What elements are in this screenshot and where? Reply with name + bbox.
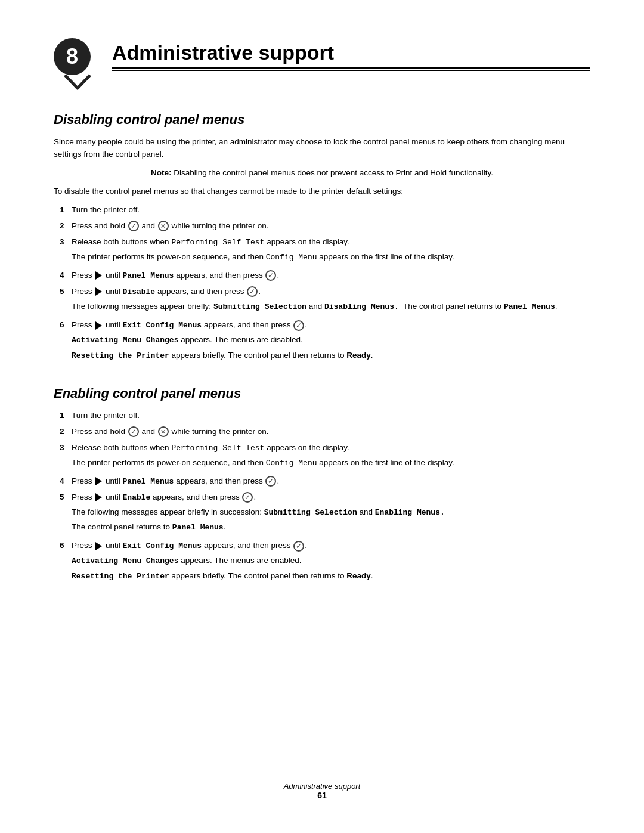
step-content: Release both buttons when Performing Sel… xyxy=(72,442,590,472)
step-2-4: 4 Press until Panel Menus appears, and t… xyxy=(54,475,590,488)
step-content: Press until Panel Menus appears, and the… xyxy=(72,475,590,488)
step-1-2: 2 Press and hold and while turning the p… xyxy=(54,220,590,233)
stop-icon xyxy=(158,426,169,437)
footer-page-number: 61 xyxy=(0,791,644,800)
step-1-4: 4 Press until Panel Menus appears, and t… xyxy=(54,270,590,282)
step-1-6: 6 Press until Exit Config Menus appears,… xyxy=(54,319,590,364)
section1-intro: Since many people could be using the pri… xyxy=(54,136,590,161)
arrow-right-icon xyxy=(95,321,102,330)
chapter-number: 8 xyxy=(54,38,91,75)
chapter-header: 8 Administrative support xyxy=(54,36,590,91)
step-num: 4 xyxy=(54,270,72,282)
step-sub-1: Activating Menu Changes appears. The men… xyxy=(72,555,590,567)
step-2-1: 1 Turn the printer off. xyxy=(54,410,590,422)
step-content: Press and hold and while turning the pri… xyxy=(72,426,590,438)
check-icon xyxy=(293,320,304,331)
step-content: Press until Exit Config Menus appears, a… xyxy=(72,540,590,584)
step-2-3: 3 Release both buttons when Performing S… xyxy=(54,442,590,472)
arrow-right-icon xyxy=(95,287,102,296)
check-icon xyxy=(128,221,139,231)
chapter-badge-col: 8 xyxy=(54,36,101,91)
chapter-rule-thick xyxy=(112,67,590,69)
step-sub-1: Activating Menu Changes appears. The men… xyxy=(72,334,590,346)
step-1-5: 5 Press until Disable appears, and then … xyxy=(54,286,590,315)
step-content: Turn the printer off. xyxy=(72,410,590,422)
chapter-title: Administrative support xyxy=(112,36,590,64)
step-num: 2 xyxy=(54,426,72,438)
section2-steps: 1 Turn the printer off. 2 Press and hold… xyxy=(54,410,590,585)
section-disabling: Disabling control panel menus Since many… xyxy=(54,112,590,364)
step-sub: The printer performs its power-on sequen… xyxy=(72,457,590,469)
step-content: Press until Disable appears, and then pr… xyxy=(72,286,590,315)
step-num: 1 xyxy=(54,410,72,422)
step-num: 2 xyxy=(54,220,72,233)
check-icon xyxy=(128,426,139,437)
step-num: 6 xyxy=(54,319,72,332)
section1-steps: 1 Turn the printer off. 2 Press and hold… xyxy=(54,204,590,364)
step-1-3: 3 Release both buttons when Performing S… xyxy=(54,236,590,266)
step-1-1: 1 Turn the printer off. xyxy=(54,204,590,216)
stop-icon xyxy=(158,221,169,231)
note-label: Note: xyxy=(151,168,172,177)
section2-heading: Enabling control panel menus xyxy=(54,386,590,401)
step-sub-2: Resetting the Printer appears briefly. T… xyxy=(72,349,590,362)
arrow-right-icon xyxy=(95,271,102,280)
step-sub-2: Resetting the Printer appears briefly. T… xyxy=(72,570,590,583)
step-num: 5 xyxy=(54,286,72,298)
check-icon xyxy=(247,286,258,297)
section1-note: Note: Disabling the control panel menus … xyxy=(54,167,590,179)
step-content: Press and hold and while turning the pri… xyxy=(72,220,590,233)
chapter-arrow-decoration xyxy=(59,74,96,91)
step-sub: The printer performs its power-on sequen… xyxy=(72,251,590,264)
step-sub-1: The following messages appear briefly in… xyxy=(72,506,590,519)
step-content: Press until Enable appears, and then pre… xyxy=(72,491,590,536)
arrow-right-icon xyxy=(95,477,102,485)
arrow-right-icon xyxy=(95,542,102,550)
page: 8 Administrative support Disabling contr… xyxy=(0,0,644,833)
step-2-2: 2 Press and hold and while turning the p… xyxy=(54,426,590,438)
section1-instruction: To disable the control panel menus so th… xyxy=(54,185,590,198)
step-num: 6 xyxy=(54,540,72,552)
step-num: 5 xyxy=(54,491,72,504)
step-sub: The following messages appear briefly: S… xyxy=(72,301,590,313)
footer-label: Administrative support xyxy=(0,782,644,791)
arrow-right-icon xyxy=(95,493,102,501)
chapter-title-wrap: Administrative support xyxy=(112,36,590,71)
step-2-6: 6 Press until Exit Config Menus appears,… xyxy=(54,540,590,584)
step-content: Press until Exit Config Menus appears, a… xyxy=(72,319,590,364)
step-num: 1 xyxy=(54,204,72,216)
check-icon xyxy=(242,492,253,503)
check-icon xyxy=(265,476,276,487)
step-num: 3 xyxy=(54,236,72,249)
chapter-rule-thin xyxy=(112,70,590,71)
step-content: Press until Panel Menus appears, and the… xyxy=(72,270,590,282)
check-icon xyxy=(293,541,304,552)
note-content: Disabling the control panel menus does n… xyxy=(174,168,493,177)
section-enabling: Enabling control panel menus 1 Turn the … xyxy=(54,386,590,585)
check-icon xyxy=(265,270,276,281)
step-2-5: 5 Press until Enable appears, and then p… xyxy=(54,491,590,536)
step-content: Release both buttons when Performing Sel… xyxy=(72,236,590,266)
step-sub-2: The control panel returns to Panel Menus… xyxy=(72,521,590,534)
step-num: 4 xyxy=(54,475,72,488)
page-footer: Administrative support 61 xyxy=(0,782,644,800)
step-content: Turn the printer off. xyxy=(72,204,590,216)
section1-heading: Disabling control panel menus xyxy=(54,112,590,128)
step-num: 3 xyxy=(54,442,72,454)
